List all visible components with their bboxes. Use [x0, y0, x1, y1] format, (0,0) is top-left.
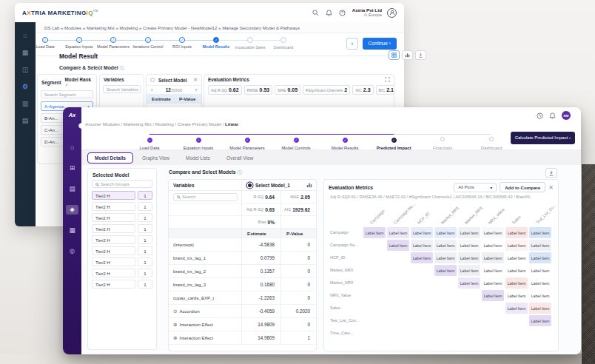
heatmap-cell[interactable]: Label Item — [482, 240, 504, 251]
step-model-results[interactable]: ✓Model Results — [324, 131, 366, 150]
selected-model-row[interactable]: Tier2 H1 — [88, 224, 156, 233]
account-info[interactable]: Axtria Pvt Ltd ⊙ Europe — [352, 7, 382, 18]
model-rank-column-header[interactable]: Model Rank ↗ — [65, 77, 93, 87]
step-predicted-impact[interactable]: ✓Predicted Impact — [373, 131, 414, 150]
selected-model-row[interactable]: Tier2 H1 — [88, 257, 156, 266]
step-load-data[interactable]: ✓Load Data — [28, 37, 62, 49]
model-variable-row[interactable]: ⊙Accordion-0.40590.2020 — [169, 305, 316, 318]
next-page-icon[interactable]: › — [195, 87, 197, 92]
close-icon[interactable]: ✕ — [193, 77, 198, 83]
step-financials[interactable]: Financials — [422, 131, 463, 150]
list-icon[interactable]: ▤ — [66, 184, 78, 194]
heatmap-cell[interactable]: Label Item — [505, 290, 528, 301]
heatmap-cell[interactable]: Label Item — [458, 277, 480, 289]
variables-search-input[interactable]: Search — [173, 193, 238, 201]
heatmap-cell[interactable]: Label Item — [505, 252, 528, 263]
heatmap-cell[interactable]: Label Item — [363, 227, 386, 238]
docs-icon[interactable]: ▤ — [22, 118, 29, 124]
step-model-controls[interactable]: ✓Model Controls — [275, 131, 317, 150]
model-variable-row[interactable]: (Intercept)-4.58380 — [169, 238, 316, 252]
model-variable-row[interactable]: brand_trx_lag_30.16800 — [169, 278, 316, 291]
heatmap-cell[interactable]: Label Item — [434, 240, 457, 251]
user-avatar[interactable] — [387, 8, 397, 18]
heatmap-cell[interactable]: Label Item — [505, 303, 528, 314]
variables-search-input[interactable]: Search Variables — [103, 85, 141, 93]
heatmap-cell[interactable]: Label Item — [505, 277, 528, 289]
model-variable-row[interactable]: brand_trx_lag_20.13570 — [169, 265, 316, 278]
heatmap-cell[interactable]: Label Item — [529, 290, 551, 301]
heatmap-cell[interactable]: Label Item — [458, 265, 480, 276]
prev-page-icon[interactable]: ‹ — [151, 87, 152, 92]
heatmap-cell[interactable]: Label Item — [529, 303, 551, 314]
heatmap-cell[interactable]: Label Item — [529, 252, 551, 263]
tab-overall-view[interactable]: Overall View — [219, 152, 260, 164]
add-to-compare-button[interactable]: Add to Compare — [500, 182, 545, 192]
heatmap-cell[interactable]: Label Item — [482, 252, 504, 263]
heatmap-cell[interactable]: Label Item — [505, 265, 528, 276]
chart-view-icon[interactable] — [402, 50, 413, 60]
chart-icon[interactable]: ▥ — [22, 101, 29, 107]
model-variable-row[interactable]: ⊕Interaction Effect14.98090 — [169, 318, 316, 331]
heatmap-cell[interactable]: Label Item — [434, 265, 457, 276]
home-icon[interactable]: ⌂ — [66, 143, 78, 152]
selected-model-row[interactable]: Tier2 H1 — [88, 246, 156, 255]
step-load-data[interactable]: ✓Load Data — [129, 131, 170, 150]
selected-model-row[interactable]: Tier2 H1 — [88, 213, 156, 222]
heatmap-cell[interactable]: Label Item — [529, 265, 551, 276]
selected-model-row[interactable]: Tier2 H1 — [88, 269, 156, 277]
breadcrumb[interactable]: DS Lab » Modules » Marketing Mix » Model… — [36, 22, 404, 33]
close-icon[interactable]: ✕ — [548, 184, 554, 191]
home-icon[interactable]: ⌂ — [23, 33, 27, 39]
step-model-parameters[interactable]: ✓Model Parameters — [96, 37, 130, 49]
apps-icon[interactable]: ▦ — [22, 50, 29, 56]
heatmap-cell[interactable]: Label Item — [434, 227, 457, 238]
heatmap-cell[interactable]: Label Item — [458, 227, 480, 238]
user-avatar[interactable]: NM — [562, 111, 571, 120]
download-icon[interactable] — [545, 168, 557, 178]
radio-icon[interactable] — [150, 78, 155, 82]
selected-model-row[interactable]: Tier2 H1 — [88, 202, 156, 211]
stepper-back-button[interactable]: ‹ — [346, 38, 358, 50]
heatmap-cell[interactable]: Label Item — [434, 252, 457, 263]
step-iterations-control[interactable]: ✓Iterations Control — [131, 37, 165, 49]
step-model-results[interactable]: ✓Model Results — [199, 37, 233, 49]
breadcrumb[interactable]: Axxone/ Modules / Marketing Mix / Modeli… — [85, 121, 238, 127]
clock-icon[interactable] — [537, 112, 543, 119]
step-impactable-sales[interactable]: Impactable Sales — [233, 37, 267, 50]
heatmap-cell[interactable]: Label Item — [482, 277, 504, 289]
step-dashboard[interactable]: Dashboard — [266, 37, 300, 50]
heatmap-cell[interactable]: Label Item — [482, 227, 504, 238]
plots-dropdown[interactable]: All Plots▾ — [454, 183, 497, 192]
heatmap-cell[interactable]: Label Item — [482, 265, 504, 276]
diamond-icon[interactable]: ◈ — [66, 205, 78, 215]
continue-button[interactable]: Continue › — [363, 38, 397, 50]
step-roi-inputs[interactable]: ✓ROI Inputs — [165, 37, 199, 49]
target-icon[interactable]: ◎ — [66, 246, 78, 256]
step-equation-inputs[interactable]: ✓Equation Inputs — [62, 37, 96, 49]
step-equation-inputs[interactable]: ✓Equation Inputs — [178, 131, 219, 150]
chart-icon[interactable] — [306, 182, 312, 188]
grid-icon[interactable]: ▦ — [66, 226, 78, 235]
groups-search-input[interactable]: Search Groups — [92, 180, 152, 188]
model-variable-row[interactable]: ⊕Interaction Effect14.98091 — [169, 331, 316, 345]
grid-view-icon[interactable] — [389, 50, 400, 60]
selected-model-row[interactable]: Tier2 H1 — [88, 280, 156, 289]
heatmap-cell[interactable]: Label Item — [529, 315, 551, 326]
heatmap-cell[interactable]: Label Item — [529, 277, 551, 289]
heatmap-cell[interactable]: Label Item — [505, 240, 528, 251]
heatmap-cell[interactable]: Label Item — [411, 252, 433, 263]
heatmap-cell[interactable]: Label Item — [505, 227, 528, 238]
search-icon[interactable] — [312, 10, 319, 16]
dashboard-icon[interactable]: ⊞ — [66, 164, 78, 173]
heatmap-cell[interactable]: Label Item — [387, 227, 409, 238]
tab-graphs-view[interactable]: Graphs View — [135, 152, 177, 164]
step-dashboard[interactable]: Dashboard — [471, 131, 512, 150]
selected-model-row[interactable]: Tier2 H1 — [88, 191, 156, 200]
selected-model-row[interactable]: Tier2 H1 — [88, 235, 156, 244]
bell-icon[interactable] — [326, 10, 332, 16]
radio-selected-icon[interactable] — [248, 183, 252, 187]
heatmap-cell[interactable]: Label Item — [482, 290, 504, 301]
box-icon[interactable]: ◫ — [22, 67, 29, 73]
heatmap-cell[interactable]: Label Item — [529, 227, 551, 238]
heatmap-cell[interactable]: Label Item — [411, 227, 433, 238]
